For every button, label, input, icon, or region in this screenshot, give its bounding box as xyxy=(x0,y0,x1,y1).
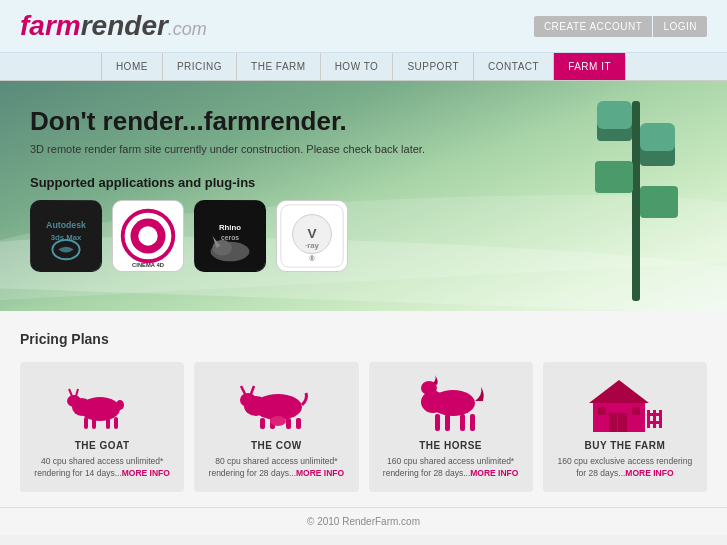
app-rhinoceros: Rhino ceros xyxy=(194,200,266,272)
logo-dotcom-text: .com xyxy=(168,19,207,39)
svg-rect-66 xyxy=(647,413,662,416)
app-autodesk: Autodesk 3ds Max xyxy=(30,200,102,272)
svg-rect-67 xyxy=(647,421,662,424)
svg-text:CINEMA 4D: CINEMA 4D xyxy=(132,262,164,268)
header: farmrender.com CREATE ACCOUNT LOGIN xyxy=(0,0,727,53)
svg-point-40 xyxy=(240,393,256,407)
svg-line-42 xyxy=(251,386,254,394)
nav-pricing[interactable]: PRICING xyxy=(163,53,237,80)
svg-rect-53 xyxy=(445,414,450,431)
svg-rect-65 xyxy=(659,410,662,428)
hero-title: Don't render...farmrender. xyxy=(30,106,697,137)
horse-desc: 160 cpu shared access unlimited* renderi… xyxy=(379,456,523,480)
goat-desc: 40 cpu shared access unlimited* renderin… xyxy=(30,456,174,480)
barn-icon xyxy=(585,377,665,432)
hero-section: Don't render...farmrender. 3D remote ren… xyxy=(0,81,727,311)
svg-line-32 xyxy=(76,389,78,396)
horse-icon xyxy=(411,377,491,432)
svg-rect-60 xyxy=(617,413,618,432)
svg-text:·ray: ·ray xyxy=(305,241,319,250)
plan-farm: BUY THE FARM 160 cpu exclusive access re… xyxy=(543,362,707,492)
nav-how-to[interactable]: HOW TO xyxy=(321,53,394,80)
cow-icon xyxy=(236,377,316,432)
svg-line-31 xyxy=(69,389,72,396)
svg-rect-59 xyxy=(609,413,617,432)
svg-line-41 xyxy=(241,386,245,394)
goat-icon xyxy=(62,377,142,432)
plan-goat: THE GOAT 40 cpu shared access unlimited*… xyxy=(20,362,184,492)
svg-rect-62 xyxy=(632,407,640,415)
svg-rect-52 xyxy=(435,414,440,431)
svg-text:®: ® xyxy=(309,255,314,262)
svg-point-37 xyxy=(116,400,124,410)
main-nav: HOME PRICING THE FARM HOW TO SUPPORT CON… xyxy=(0,53,727,81)
svg-rect-46 xyxy=(296,418,301,429)
logo: farmrender.com xyxy=(20,10,207,42)
app-vray: V ·ray ® xyxy=(276,200,348,272)
pricing-title: Pricing Plans xyxy=(20,331,707,347)
nav-the-farm[interactable]: THE FARM xyxy=(237,53,321,80)
svg-text:Rhino: Rhino xyxy=(219,223,241,232)
nav-contact[interactable]: CONTACT xyxy=(474,53,554,80)
create-account-button[interactable]: CREATE ACCOUNT xyxy=(534,16,653,37)
svg-rect-54 xyxy=(460,414,465,431)
app-cinema4d: CINEMA 4D xyxy=(112,200,184,272)
nav-home[interactable]: HOME xyxy=(101,53,163,80)
svg-rect-34 xyxy=(92,417,96,429)
pricing-section: Pricing Plans xyxy=(0,311,727,507)
svg-marker-57 xyxy=(589,380,649,403)
svg-rect-36 xyxy=(114,417,118,429)
header-buttons: CREATE ACCOUNT LOGIN xyxy=(534,16,707,37)
svg-rect-43 xyxy=(260,418,265,429)
svg-text:ceros: ceros xyxy=(221,234,239,241)
farm-name: BUY THE FARM xyxy=(584,440,665,451)
hero-apps-label: Supported applications and plug-ins xyxy=(30,175,697,190)
cow-name: THE COW xyxy=(251,440,302,451)
svg-point-14 xyxy=(138,226,157,245)
farm-desc: 160 cpu exclusive access rendering for 2… xyxy=(553,456,697,480)
cow-desc: 80 cpu shared access unlimited* renderin… xyxy=(204,456,348,480)
logo-farm-text: farm xyxy=(20,10,81,41)
pricing-cards: THE GOAT 40 cpu shared access unlimited*… xyxy=(20,362,707,492)
nav-support[interactable]: SUPPORT xyxy=(393,53,474,80)
svg-rect-63 xyxy=(647,410,650,428)
footer: © 2010 RenderFarm.com xyxy=(0,507,727,535)
svg-point-30 xyxy=(67,395,81,407)
svg-rect-55 xyxy=(470,414,475,431)
login-button[interactable]: LOGIN xyxy=(653,16,707,37)
plan-horse: THE HORSE 160 cpu shared access unlimite… xyxy=(369,362,533,492)
nav-farm-it[interactable]: FARM IT xyxy=(554,53,626,80)
svg-text:V: V xyxy=(307,226,316,241)
svg-text:Autodesk: Autodesk xyxy=(46,220,86,230)
svg-rect-61 xyxy=(598,407,606,415)
hero-subtitle: 3D remote render farm site currently und… xyxy=(30,143,697,155)
goat-name: THE GOAT xyxy=(75,440,130,451)
svg-point-47 xyxy=(270,416,286,426)
plan-cow: THE COW 80 cpu shared access unlimited* … xyxy=(194,362,358,492)
hero-apps-container: Autodesk 3ds Max CINEMA 4D Rhino xyxy=(30,200,697,272)
footer-text: © 2010 RenderFarm.com xyxy=(307,516,420,527)
svg-rect-64 xyxy=(653,410,656,428)
svg-rect-45 xyxy=(286,418,291,429)
logo-render-text: render xyxy=(81,10,168,41)
horse-name: THE HORSE xyxy=(419,440,482,451)
svg-rect-35 xyxy=(106,417,110,429)
svg-rect-33 xyxy=(84,417,88,429)
